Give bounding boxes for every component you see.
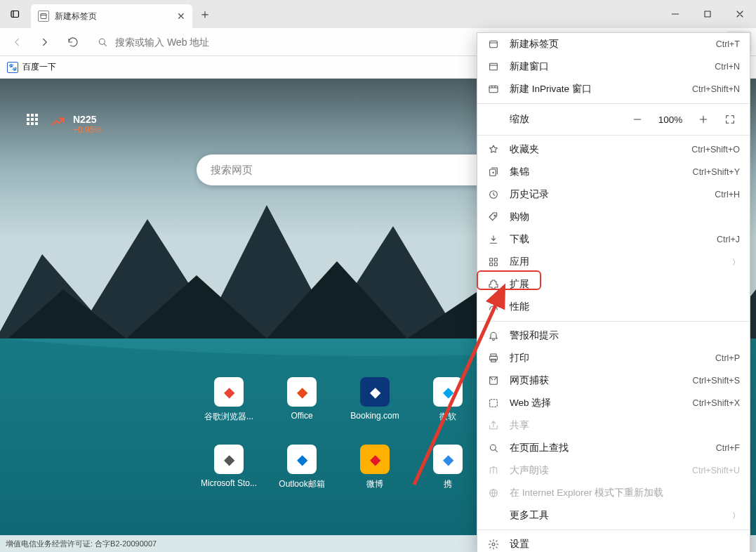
menu-item[interactable]: 网页捕获Ctrl+Shift+S (477, 369, 750, 392)
menu-label: 购物 (510, 211, 740, 223)
perf-icon (487, 301, 500, 313)
menu-shortcut: Ctrl+Shift+X (693, 398, 740, 408)
tile-icon: ◆ (360, 445, 390, 474)
menu-item[interactable]: 历史记录Ctrl+H (477, 183, 750, 206)
svg-rect-2 (705, 11, 710, 17)
svg-rect-18 (490, 258, 493, 261)
menu-label: 应用 (510, 256, 722, 268)
svg-rect-0 (11, 11, 19, 18)
menu-item[interactable]: 新建标签页Ctrl+T (477, 33, 750, 55)
menu-shortcut: Ctrl+H (715, 190, 740, 199)
menu-item[interactable]: 购物 (477, 206, 750, 228)
menu-item[interactable]: 打印Ctrl+P (477, 347, 750, 369)
history-icon (487, 189, 500, 200)
svg-point-29 (492, 543, 495, 546)
settings-icon (487, 539, 500, 550)
svg-rect-1 (41, 14, 46, 19)
menu-label: 网页捕获 (510, 374, 683, 387)
menu-shortcut: Ctrl+Shift+N (692, 84, 740, 94)
quick-link-tile[interactable]: ◆ 携 (416, 445, 480, 501)
menu-label: 大声朗读 (510, 464, 682, 477)
title-bar: 新建标签页 ✕ ＋ (0, 0, 756, 28)
quick-links-grid: ◆ 谷歌浏览器...◆ Office◆ Booking.com◆ 微软◆ Mic… (197, 377, 480, 501)
browser-tab[interactable]: 新建标签页 ✕ (31, 4, 192, 28)
quick-link-tile[interactable]: ◆ 谷歌浏览器... (197, 377, 261, 433)
zoom-out-button[interactable] (628, 110, 647, 129)
menu-item[interactable]: 应用〉 (477, 251, 750, 273)
svg-rect-13 (490, 63, 498, 70)
quick-link-tile[interactable]: ◆ Microsoft Sto... (197, 445, 261, 501)
menu-shortcut: Ctrl+Shift+Y (693, 167, 740, 177)
download-icon (487, 234, 500, 245)
window-icon (487, 61, 500, 72)
tile-label: Outlook邮箱 (279, 478, 324, 490)
menu-separator (477, 103, 750, 104)
trend-up-icon (51, 114, 66, 133)
menu-item[interactable]: 新建窗口Ctrl+N (477, 55, 750, 78)
apps-grid-icon (27, 114, 38, 125)
quick-link-tile[interactable]: ◆ 微软 (416, 377, 480, 433)
window-controls (659, 0, 756, 28)
tab-close-button[interactable]: ✕ (177, 11, 185, 22)
menu-label: 更多工具 (510, 509, 722, 522)
zoom-label: 缩放 (487, 113, 621, 126)
tab-icon (487, 39, 500, 50)
collections-icon (487, 166, 500, 178)
tab-actions-button[interactable] (0, 0, 31, 28)
bookmark-item-baidu[interactable]: 🐾 百度一下 (7, 61, 56, 73)
menu-item[interactable]: 扩展 (477, 273, 750, 296)
refresh-button[interactable] (60, 31, 86, 53)
svg-rect-20 (490, 263, 493, 265)
menu-item[interactable]: 集锦Ctrl+Shift+Y (477, 161, 750, 183)
menu-item[interactable]: 更多工具〉 (477, 504, 750, 527)
menu-label: 共享 (510, 419, 740, 432)
tile-icon: ◆ (214, 377, 244, 407)
zoom-in-button[interactable] (694, 110, 713, 129)
quick-link-tile[interactable]: ◆ Booking.com (343, 377, 407, 433)
window-close-button[interactable] (724, 0, 756, 28)
tile-label: 微博 (366, 478, 383, 490)
menu-label: 打印 (510, 352, 705, 364)
app-launcher-button[interactable] (27, 114, 38, 125)
menu-label: 在 Internet Explorer 模式下重新加载 (510, 487, 740, 499)
menu-label: 新建标签页 (510, 38, 706, 51)
menu-item[interactable]: 收藏夹Ctrl+Shift+O (477, 138, 750, 161)
quick-link-tile[interactable]: ◆ 微博 (343, 445, 407, 501)
back-button[interactable] (4, 31, 29, 53)
new-tab-button[interactable]: ＋ (192, 0, 218, 28)
tile-icon: ◆ (214, 445, 244, 474)
menu-item[interactable]: 下载Ctrl+J (477, 228, 750, 251)
tab-title: 新建标签页 (55, 11, 97, 22)
tile-icon: ◆ (433, 377, 463, 407)
menu-item[interactable]: 警报和提示 (477, 324, 750, 347)
minimize-button[interactable] (659, 0, 691, 28)
tile-label: Microsoft Sto... (201, 478, 257, 488)
menu-item[interactable]: 新建 InPrivate 窗口Ctrl+Shift+N (477, 78, 750, 100)
svg-point-17 (494, 215, 496, 216)
menu-item[interactable]: 性能 (477, 296, 750, 318)
menu-item: 大声朗读Ctrl+Shift+U (477, 459, 750, 482)
fullscreen-button[interactable] (720, 110, 740, 129)
menu-item[interactable]: 在页面上查找Ctrl+F (477, 437, 750, 459)
capture-icon (487, 375, 500, 386)
menu-shortcut: Ctrl+Shift+O (691, 145, 740, 155)
tile-icon: ◆ (433, 445, 463, 474)
tile-icon: ◆ (287, 445, 317, 474)
bell-icon (487, 330, 500, 341)
menu-item[interactable]: Web 选择Ctrl+Shift+X (477, 392, 750, 414)
search-icon (97, 37, 108, 48)
svg-rect-24 (491, 359, 496, 362)
menu-shortcut: Ctrl+Shift+S (693, 376, 740, 386)
zoom-row: 缩放 100% (477, 107, 750, 132)
maximize-button[interactable] (691, 0, 724, 28)
svg-rect-21 (494, 263, 497, 265)
menu-shortcut: Ctrl+N (715, 62, 740, 72)
stock-widget[interactable]: N225 +0.95% (51, 114, 102, 135)
quick-link-tile[interactable]: ◆ Office (270, 377, 334, 433)
quick-link-tile[interactable]: ◆ Outlook邮箱 (270, 445, 334, 501)
forward-button[interactable] (32, 31, 58, 53)
tile-label: 谷歌浏览器... (204, 411, 253, 423)
share-icon (487, 420, 500, 431)
svg-rect-14 (489, 86, 498, 92)
menu-item[interactable]: 设置 (477, 533, 750, 552)
